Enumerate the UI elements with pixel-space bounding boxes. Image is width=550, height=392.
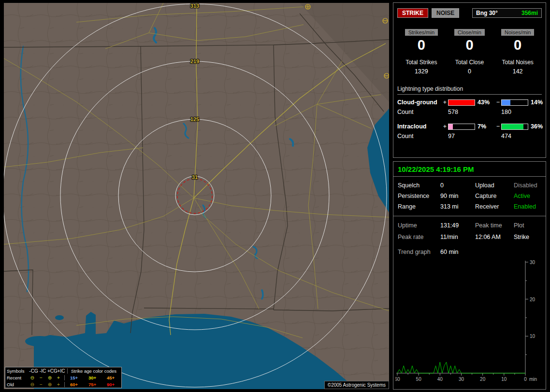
neg-cg-recent-icon: ⊖ <box>28 375 37 380</box>
settings-grid: Squelch 0 Upload Disabled Persistence 90… <box>393 177 546 211</box>
setting-value2-1: Active <box>514 193 541 199</box>
pos-cg-old-icon: ⊕ <box>45 382 54 387</box>
count-label: Count <box>397 109 442 115</box>
intracloud-label: Intracloud <box>397 123 442 130</box>
trend-chart: 3020106050403020100min <box>395 258 544 386</box>
svg-text:min: min <box>529 377 537 382</box>
range-label-125: 125 <box>190 116 199 122</box>
legend-recent-row: Recent ⊖ − ⊕ + 15+30+45+ <box>5 374 121 381</box>
cg-neg-percent: 14% <box>529 99 543 106</box>
pos-cg-recent-icon: ⊕ <box>45 375 54 380</box>
rate-counters: Strikes/min 0 Total Strikes 1329 Close/m… <box>397 28 542 75</box>
noises-per-min-column: Noises/min 0 Total Noises 142 <box>493 28 542 75</box>
pos-ic-old-icon: + <box>54 382 63 387</box>
legend-old-label: Old <box>7 382 28 387</box>
copyright-credit: ©2005 Astrogenic Systems <box>324 381 389 389</box>
system-info-panel: 10/22/2025 4:19:16 PM Squelch 0 Upload D… <box>393 161 546 390</box>
strikes-per-min-column: Strikes/min 0 Total Strikes 1329 <box>397 28 446 75</box>
peak-rate-label: Peak rate <box>398 234 440 240</box>
plot-label: Plot <box>514 222 541 229</box>
range-label-313: 313 <box>190 3 199 9</box>
intracloud-counts: Count 97 474 <box>397 133 542 140</box>
trend-graph-label: Trend graph <box>398 249 440 255</box>
svg-text:10: 10 <box>530 334 536 339</box>
noises-per-min-value: 0 <box>493 37 542 53</box>
age-45: 45+ <box>101 375 120 380</box>
strikes-per-min-chip: Strikes/min <box>405 29 438 36</box>
age-30: 30+ <box>83 375 101 380</box>
count-label: Count <box>397 133 442 140</box>
ic-neg-count: 474 <box>501 133 529 140</box>
receiver-label: Receiver <box>475 203 514 210</box>
distribution-title: Lightning type distribution <box>397 85 542 95</box>
strikes-per-min-value: 0 <box>397 37 446 53</box>
dist-bar-pos-0 <box>448 99 475 106</box>
plus-sign: + <box>442 99 448 106</box>
noises-per-min-chip: Noises/min <box>501 29 534 36</box>
age-15: 15+ <box>65 375 83 380</box>
map-legend: Symbols -CG -IC +CG +IC Strike age color… <box>5 367 122 388</box>
neg-cg-old-icon: ⊖ <box>28 382 37 387</box>
dist-bar-neg-1 <box>501 124 528 130</box>
svg-text:30: 30 <box>459 377 464 382</box>
cg-neg-count: 180 <box>501 109 529 115</box>
cg-pos-count: 578 <box>448 109 476 115</box>
noise-button[interactable]: NOISE <box>432 8 459 18</box>
cg-pos-percent: 43% <box>476 99 495 106</box>
bearing-label: Bng 30° <box>476 10 498 16</box>
svg-text:30: 30 <box>530 260 536 265</box>
cloud-ground-label: Cloud-ground <box>397 99 442 106</box>
minus-sign: − <box>495 123 501 130</box>
upload-label: Upload <box>475 182 514 189</box>
legend-recent-ages: 15+30+45+ <box>64 375 120 380</box>
legend-recent-label: Recent <box>7 375 28 380</box>
close-per-min-value: 0 <box>446 37 494 53</box>
setting-value2-0: Disabled <box>514 182 541 189</box>
persistence-label: Persistence <box>398 193 440 199</box>
cloud-ground-counts: Count 578 180 <box>397 109 542 115</box>
total-strikes-label: Total Strikes <box>397 59 446 66</box>
strike-stats-panel: STRIKE NOISE Bng 30° 356mi Strikes/min 0… <box>393 2 546 158</box>
side-panel: STRIKE NOISE Bng 30° 356mi Strikes/min 0… <box>393 0 548 392</box>
range-value: 313 mi <box>440 203 475 210</box>
svg-text:0: 0 <box>524 377 527 382</box>
plus-sign: + <box>442 123 448 130</box>
legend-age-header: Strike age color codes <box>67 368 120 374</box>
peak-rate-value: 11/min <box>440 234 475 240</box>
setting-value2-2: Enabled <box>514 203 541 210</box>
datetime-display: 10/22/2025 4:19:16 PM <box>393 162 546 177</box>
total-close-value: 0 <box>446 68 494 75</box>
legend-symbols-header: Symbols <box>7 368 29 374</box>
peak-time-label: Peak time <box>475 222 514 229</box>
cloud-ground-row: Cloud-ground + 43% − 14% <box>397 99 542 106</box>
svg-text:10: 10 <box>501 377 507 382</box>
bearing-value: 356mi <box>521 10 538 16</box>
legend-col-pos-ic: +IC <box>57 368 66 374</box>
persistence-value: 90 min <box>440 193 475 199</box>
legend-header-row: Symbols -CG -IC +CG +IC Strike age color… <box>5 367 121 374</box>
lightning-map[interactable]: 313 219 125 31 Symbols -CG -IC +CG +IC S… <box>4 3 389 389</box>
uptime-value: 131:49 <box>440 222 475 229</box>
legend-col-neg-cg: -CG <box>29 368 38 374</box>
indicator-row: STRIKE NOISE Bng 30° 356mi <box>397 8 542 18</box>
close-per-min-column: Close/min 0 Total Close 0 <box>446 28 494 75</box>
close-per-min-chip: Close/min <box>454 29 485 36</box>
capture-label: Capture <box>475 193 514 199</box>
legend-col-neg-ic: -IC <box>38 368 47 374</box>
age-60: 60+ <box>65 382 83 387</box>
squelch-value: 0 <box>440 182 475 189</box>
minus-sign: − <box>495 99 501 106</box>
legend-old-row: Old ⊖ − ⊕ + 60+75+90+ <box>5 381 121 388</box>
trend-graph-value: 60 min <box>440 249 541 255</box>
strike-button[interactable]: STRIKE <box>397 8 428 18</box>
squelch-label: Squelch <box>398 182 440 189</box>
total-strikes-value: 1329 <box>397 68 446 75</box>
bearing-readout: Bng 30° 356mi <box>472 8 542 18</box>
neg-ic-recent-icon: − <box>37 375 45 380</box>
age-75: 75+ <box>83 382 101 387</box>
svg-text:50: 50 <box>416 377 422 382</box>
neg-ic-old-icon: − <box>37 382 45 387</box>
ic-pos-percent: 7% <box>476 123 495 130</box>
total-noises-value: 142 <box>493 68 542 75</box>
legend-col-pos-cg: +CG <box>47 368 57 374</box>
